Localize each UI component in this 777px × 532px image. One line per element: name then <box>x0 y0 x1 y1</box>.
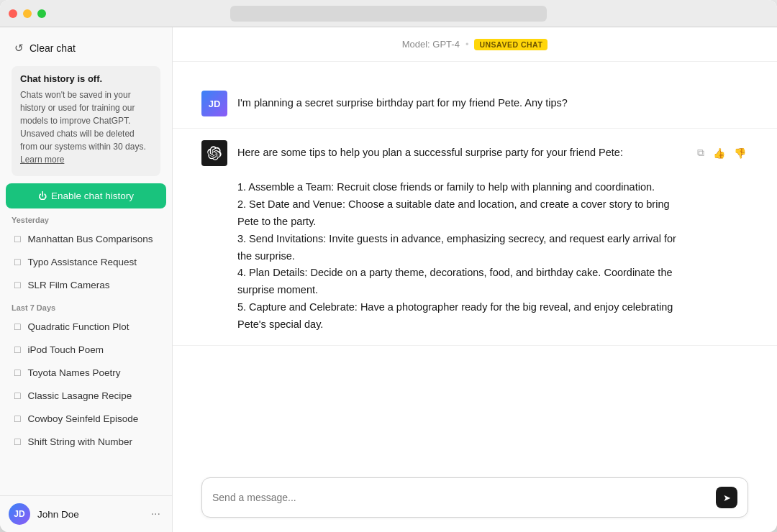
sidebar-item-quadratic[interactable]: □ Quadratic Function Plot <box>4 315 168 338</box>
chat-bubble-icon: □ <box>14 321 20 332</box>
section-label-last7: Last 7 Days <box>0 296 172 315</box>
main-area: ↺ Clear chat Chat history is off. Chats … <box>0 27 777 532</box>
sidebar-footer: JD John Doe ··· <box>0 495 172 532</box>
thumbs-down-button[interactable]: 👎 <box>732 145 748 161</box>
chat-messages: JD I'm planning a secret surprise birthd… <box>173 62 777 466</box>
minimize-button[interactable] <box>23 9 32 18</box>
enable-chat-history-button[interactable]: ⏻ Enable chat history <box>6 183 166 208</box>
chat-bubble-icon: □ <box>14 413 20 424</box>
conversation-list: Yesterday □ Manhattan Bus Comparisons □ … <box>0 208 172 495</box>
user-name: John Doe <box>37 509 79 520</box>
history-off-description: Chats won't be saved in your history or … <box>20 88 152 166</box>
message-input[interactable] <box>212 492 709 503</box>
sidebar-item-lasagne[interactable]: □ Classic Lasagne Recipe <box>4 384 168 407</box>
ellipsis-icon: ··· <box>151 508 160 520</box>
send-icon: ➤ <box>723 492 731 503</box>
clear-chat-label: Clear chat <box>29 42 76 54</box>
titlebar-search-bar <box>230 6 547 22</box>
user-menu-button[interactable]: ··· <box>148 505 163 523</box>
history-off-title: Chat history is off. <box>20 73 152 84</box>
model-label: Model: GPT-4 <box>402 39 460 50</box>
history-off-notice: Chat history is off. Chats won't be save… <box>12 66 160 176</box>
chat-bubble-icon: □ <box>14 344 20 355</box>
avatar: JD <box>9 503 30 525</box>
assistant-avatar <box>201 140 227 166</box>
thumbs-up-button[interactable]: 👍 <box>711 145 727 161</box>
send-button[interactable]: ➤ <box>716 487 737 508</box>
close-button[interactable] <box>9 9 17 18</box>
app-window: ↺ Clear chat Chat history is off. Chats … <box>0 0 777 532</box>
separator-dot: • <box>465 39 469 50</box>
message-actions: ⧉ 👍 👎 <box>695 140 748 161</box>
tip-2: 2. Set Date and Venue: Choose a suitable… <box>237 198 670 227</box>
section-label-yesterday: Yesterday <box>0 208 172 227</box>
sidebar-item-cowboy[interactable]: □ Cowboy Seinfeld Episode <box>4 407 168 430</box>
sidebar-item-typo[interactable]: □ Typo Assistance Request <box>4 250 168 273</box>
unsaved-badge: UNSAVED CHAT <box>474 39 547 50</box>
chat-bubble-icon: □ <box>14 436 20 447</box>
maximize-button[interactable] <box>37 9 46 18</box>
tip-4: 4. Plan Details: Decide on a party theme… <box>237 267 673 295</box>
assistant-message-body: Here are some tips to help you plan a su… <box>237 140 685 334</box>
assistant-message: Here are some tips to help you plan a su… <box>173 129 777 346</box>
sidebar-item-toyota[interactable]: □ Toyota Names Poetry <box>4 361 168 384</box>
sidebar-item-shift[interactable]: □ Shift String with Number <box>4 430 168 453</box>
chat-input-box: ➤ <box>201 477 748 518</box>
tip-5: 5. Capture and Celebrate: Have a photogr… <box>237 301 673 330</box>
refresh-icon: ↺ <box>14 42 24 55</box>
thumbs-up-icon: 👍 <box>713 147 725 159</box>
chat-bubble-icon: □ <box>14 367 20 378</box>
copy-icon: ⧉ <box>697 147 704 158</box>
chat-area: Model: GPT-4 • UNSAVED CHAT JD I'm plann… <box>173 27 777 532</box>
copy-button[interactable]: ⧉ <box>695 145 706 161</box>
sidebar: ↺ Clear chat Chat history is off. Chats … <box>0 27 173 532</box>
chat-header: Model: GPT-4 • UNSAVED CHAT <box>173 27 777 62</box>
chat-bubble-icon: □ <box>14 256 20 267</box>
tip-3: 3. Send Invitations: Invite guests in ad… <box>237 233 676 262</box>
power-icon: ⏻ <box>38 191 47 201</box>
user-message: JD I'm planning a secret surprise birthd… <box>173 79 777 129</box>
user-message-body: I'm planning a secret surprise birthday … <box>237 91 748 112</box>
user-info: JD John Doe <box>9 503 79 525</box>
sidebar-top: ↺ Clear chat Chat history is off. Chats … <box>0 27 172 183</box>
chat-bubble-icon: □ <box>14 279 20 290</box>
chat-bubble-icon: □ <box>14 233 20 244</box>
titlebar <box>0 0 777 27</box>
sidebar-item-slr[interactable]: □ SLR Film Cameras <box>4 273 168 296</box>
chat-input-area: ➤ <box>173 466 777 532</box>
chat-bubble-icon: □ <box>14 390 20 401</box>
learn-more-link[interactable]: Learn more <box>20 155 64 165</box>
tip-1: 1. Assemble a Team: Recruit close friend… <box>237 181 655 193</box>
clear-chat-button[interactable]: ↺ Clear chat <box>6 35 166 62</box>
thumbs-down-icon: 👎 <box>734 147 746 159</box>
user-message-avatar: JD <box>201 91 227 116</box>
sidebar-item-ipod[interactable]: □ iPod Touch Poem <box>4 338 168 361</box>
sidebar-item-manhattan[interactable]: □ Manhattan Bus Comparisons <box>4 227 168 250</box>
